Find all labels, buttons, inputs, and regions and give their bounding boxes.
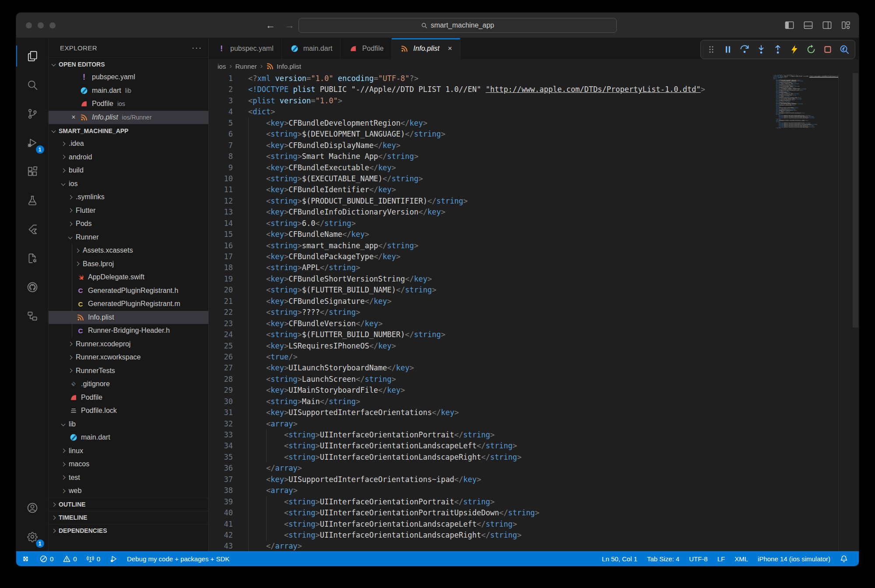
status-device-selector[interactable]: iPhone 14 (ios simulator) [753,551,835,566]
minimap[interactable]: <?xml version="1.0" encoding="UTF-8"?><!… [773,75,839,551]
tree-file-Podfile.lock[interactable]: Podfile.lock [49,404,208,418]
debug-restart-button[interactable] [804,42,818,57]
code-line-13[interactable]: 13<key>CFBundleInfoDictionaryVersion</ke… [209,207,859,218]
tab-main.dart[interactable]: main.dart [282,38,341,59]
breadcrumb-item-Runner[interactable]: Runner [235,63,257,70]
code-line-27[interactable]: 27<key>UILaunchStoryboardName</key> [209,363,859,373]
status-cursor-position[interactable]: Ln 50, Col 1 [597,551,642,566]
code-line-3[interactable]: 3<plist version="1.0"> [209,95,859,106]
tree-folder-Flutter[interactable]: Flutter [49,204,208,218]
debug-pause-button[interactable] [721,42,735,57]
code-line-16[interactable]: 16<string>smart_machine_app</string> [209,240,859,251]
debug-hot-reload-button[interactable] [787,42,801,57]
tree-file-GeneratedPluginRegistrant.h[interactable]: CGeneratedPluginRegistrant.h [49,284,208,298]
code-line-15[interactable]: 15<key>CFBundleName</key> [209,229,859,240]
code-line-24[interactable]: 24<string>$(FLUTTER_BUILD_NUMBER)</strin… [209,329,859,340]
status-debug-status[interactable] [105,551,122,566]
tree-folder-test[interactable]: test [49,471,208,485]
activity-testing[interactable] [16,186,49,215]
tree-folder-linux[interactable]: linux [49,444,208,458]
status-ports[interactable]: 0 [82,551,105,566]
section-timeline[interactable]: TIMELINE [49,511,208,524]
code-line-35[interactable]: 35<string>UIInterfaceOrientationLandscap… [209,452,859,463]
code-line-17[interactable]: 17<key>CFBundlePackageType</key> [209,251,859,262]
code-line-6[interactable]: 6<string>$(DEVELOPMENT_LANGUAGE)</string… [209,129,859,140]
status-remote-indicator[interactable] [16,551,35,566]
code-line-28[interactable]: 28<string>LaunchScreen</string> [209,374,859,385]
status-eol[interactable]: LF [713,551,730,566]
tree-file-main.dart[interactable]: main.dart [49,431,208,444]
status-launch-config[interactable]: Debug my code + packages + SDK [122,551,234,566]
tree-folder-Runner[interactable]: Runner [49,231,208,244]
customize-layout-button[interactable] [841,20,851,30]
code-line-4[interactable]: 4<dict> [209,106,859,117]
tree-folder-.idea[interactable]: .idea [49,137,208,151]
activity-search[interactable] [16,70,49,99]
code-line-25[interactable]: 25<key>LSRequiresIPhoneOS</key> [209,341,859,352]
tree-folder-web[interactable]: web [49,484,208,498]
tab-Podfile[interactable]: Podfile [341,38,392,59]
status-indentation[interactable]: Tab Size: 4 [642,551,684,566]
tab-Info.plist[interactable]: Info.plist× [392,38,460,59]
activity-run-and-debug[interactable]: 1 [16,128,49,157]
tab-pubspec.yaml[interactable]: !pubspec.yaml [209,38,282,59]
code-line-33[interactable]: 33<string>UIInterfaceOrientationPortrait… [209,430,859,440]
code-line-32[interactable]: 32<array> [209,419,859,430]
code-line-7[interactable]: 7<key>CFBundleDisplayName</key> [209,140,859,151]
breadcrumb-item-ios[interactable]: ios [218,63,226,70]
tree-folder-Base.lproj[interactable]: Base.lproj [49,257,208,271]
code-line-34[interactable]: 34<string>UIInterfaceOrientationLandscap… [209,440,859,451]
tree-folder-lib[interactable]: lib [49,418,208,431]
code-line-10[interactable]: 10<string>$(EXECUTABLE_NAME)</string> [209,173,859,184]
code-editor[interactable]: 1<?xml version="1.0" encoding="UTF-8"?>2… [209,73,859,551]
code-line-20[interactable]: 20<string>$(FLUTTER_BUILD_NAME)</string> [209,285,859,296]
code-line-38[interactable]: 38<array> [209,485,859,496]
code-line-39[interactable]: 39<string>UIInterfaceOrientationPortrait… [209,496,859,507]
zoom-window-button[interactable] [49,22,56,28]
code-line-43[interactable]: 43</array> [209,541,859,551]
tree-folder-Runner.xcworkspace[interactable]: Runner.xcworkspace [49,351,208,364]
tree-folder-Pods[interactable]: Pods [49,217,208,231]
command-center-search[interactable]: smart_machine_app [299,18,617,33]
code-line-31[interactable]: 31<key>UISupportedInterfaceOrientations<… [209,407,859,418]
code-line-37[interactable]: 37<key>UISupportedInterfaceOrientations~… [209,474,859,485]
open-editor-main.dart[interactable]: main.dartlib [49,84,208,98]
toggle-primary-sidebar-button[interactable] [784,20,794,30]
code-line-5[interactable]: 5<key>CFBundleDevelopmentRegion</key> [209,118,859,129]
tree-folder-macos[interactable]: macos [49,458,208,471]
code-line-40[interactable]: 40<string>UIInterfaceOrientationPortrait… [209,507,859,518]
tree-folder-.symlinks[interactable]: .symlinks [49,190,208,204]
code-line-14[interactable]: 14<string>6.0</string> [209,218,859,229]
status-errors[interactable]: 0 [35,551,58,566]
close-window-button[interactable] [26,22,32,28]
code-line-9[interactable]: 9<key>CFBundleExecutable</key> [209,162,859,173]
code-line-19[interactable]: 19<key>CFBundleShortVersionString</key> [209,274,859,285]
open-editors-header[interactable]: OPEN EDITORS [49,57,208,70]
debug-step-out-button[interactable] [771,42,785,57]
debug-widget-inspector-button[interactable] [837,42,851,57]
code-line-42[interactable]: 42<string>UIInterfaceOrientationLandscap… [209,530,859,541]
toggle-secondary-sidebar-button[interactable] [822,20,832,30]
activity-extensions[interactable] [16,157,49,186]
editor-scrollbar[interactable] [852,73,859,551]
breadcrumb-item-Info.plist[interactable]: Info.plist [266,62,301,70]
code-line-11[interactable]: 11<key>CFBundleIdentifier</key> [209,184,859,195]
code-line-1[interactable]: 1<?xml version="1.0" encoding="UTF-8"?> [209,73,859,84]
activity-run-configs[interactable] [16,244,49,273]
code-line-30[interactable]: 30<string>Main</string> [209,396,859,407]
tree-file-AppDelegate.swift[interactable]: AppDelegate.swift [49,271,208,284]
explorer-actions-button[interactable]: ··· [192,43,202,53]
code-line-41[interactable]: 41<string>UIInterfaceOrientationLandscap… [209,519,859,530]
debug-step-into-button[interactable] [754,42,768,57]
open-editor-Info.plist[interactable]: ×Info.plistios/Runner [49,111,208,124]
debug-step-over-button[interactable] [738,42,752,57]
code-line-8[interactable]: 8<string>Smart Machine App</string> [209,151,859,162]
open-editor-Podfile[interactable]: Podfileios [49,97,208,111]
tree-file-.gitignore[interactable]: .gitignore [49,377,208,391]
close-tab-icon[interactable]: × [448,44,452,53]
status-language-mode[interactable]: XML [730,551,753,566]
tree-folder-ios[interactable]: ios [49,177,208,191]
status-warnings[interactable]: 0 [58,551,81,566]
code-line-22[interactable]: 22<string>????</string> [209,307,859,318]
nav-back-button[interactable]: ← [266,20,275,31]
